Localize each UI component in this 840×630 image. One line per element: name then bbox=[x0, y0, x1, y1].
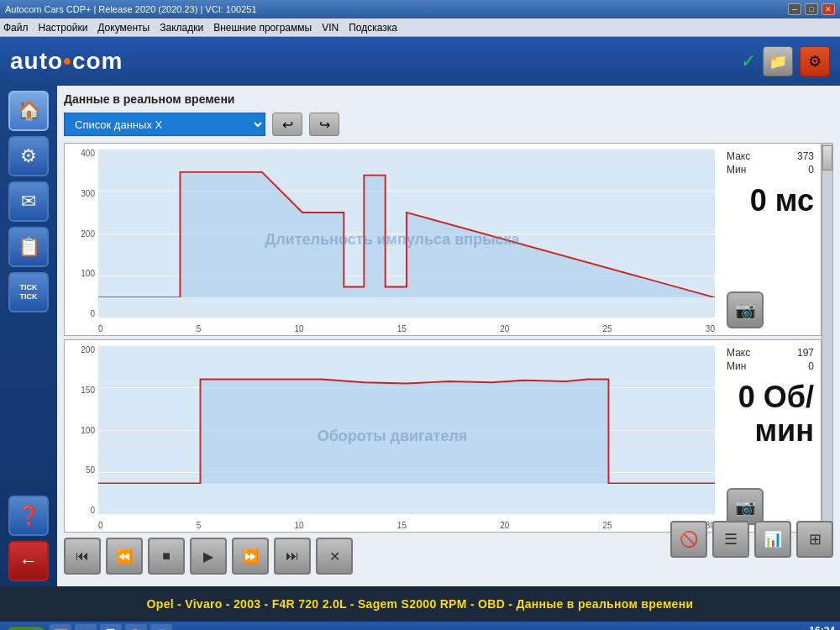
playback-last-button[interactable]: ⏭ bbox=[274, 538, 311, 575]
min-value: 0 bbox=[808, 164, 814, 176]
y-label: 150 bbox=[81, 386, 95, 395]
playback-prev-button[interactable]: ⏪ bbox=[106, 538, 143, 575]
settings-icon-button[interactable]: ⚙ bbox=[800, 46, 830, 76]
max-value: 197 bbox=[797, 347, 814, 359]
chart-info-1: Макс 373 Мин 0 0 мс 📷 bbox=[720, 144, 821, 335]
title-bar-controls: ─ □ ✕ bbox=[788, 3, 835, 15]
status-bar-text: Opel - Vivaro - 2003 - F4R 720 2.0L - Sa… bbox=[147, 597, 694, 611]
max-label: Макс bbox=[727, 347, 750, 359]
min-label: Мин bbox=[727, 360, 746, 372]
taskbar-icon-1[interactable]: 🪟 bbox=[50, 624, 71, 630]
y-label: 200 bbox=[81, 229, 95, 239]
y-label: 50 bbox=[86, 465, 95, 475]
page-title: Данные в реальном времени bbox=[64, 92, 833, 106]
sidebar-home-button[interactable]: 🏠 bbox=[8, 91, 49, 131]
chart-panel-1: 400 300 200 100 0 0 5 10 15 20 25 30 bbox=[64, 143, 822, 336]
menu-item-vin[interactable]: VIN bbox=[322, 22, 339, 34]
logo-com: com bbox=[72, 48, 123, 74]
y-label: 100 bbox=[81, 269, 95, 278]
charts-container: 400 300 200 100 0 0 5 10 15 20 25 30 bbox=[64, 143, 833, 533]
playback-close-button[interactable]: ✕ bbox=[316, 538, 353, 575]
playback-stop-button[interactable]: ■ bbox=[148, 538, 185, 575]
max-label: Макс bbox=[727, 150, 750, 162]
chart-camera-button-1[interactable]: 📷 bbox=[727, 291, 764, 328]
main-layout: 🏠 ⚙ ✉ 📋 TICKTICK ❓ ← Данные в реальном в… bbox=[0, 86, 840, 586]
chart-current-value-1: 0 мс bbox=[727, 184, 814, 218]
chart-current-value-2: 0 Об/мин bbox=[727, 381, 814, 447]
taskbar-icon-2[interactable]: 📁 bbox=[75, 624, 97, 630]
max-value: 373 bbox=[797, 150, 814, 162]
scrollbar-thumb[interactable] bbox=[822, 145, 832, 171]
y-label: 200 bbox=[81, 345, 95, 354]
y-axis-2: 200 150 100 50 0 bbox=[65, 345, 98, 515]
y-label: 0 bbox=[90, 309, 95, 318]
menu-item-внешние-программы[interactable]: Внешние программы bbox=[213, 22, 312, 34]
bottom-icon-1[interactable]: 🚫 bbox=[670, 521, 707, 558]
bottom-right-icons: 🚫 ☰ 📊 ⊞ bbox=[670, 521, 833, 558]
sidebar-clipboard-button[interactable]: 📋 bbox=[8, 227, 49, 267]
maximize-button[interactable]: □ bbox=[805, 3, 818, 15]
min-value: 0 bbox=[808, 360, 814, 372]
bottom-icon-2[interactable]: ☰ bbox=[712, 521, 749, 558]
playback-next-button[interactable]: ⏩ bbox=[232, 538, 269, 575]
sidebar-engine-button[interactable]: ⚙ bbox=[8, 136, 49, 176]
nav-back-button[interactable]: ↩ bbox=[272, 113, 302, 136]
x-label: 15 bbox=[397, 324, 407, 333]
y-label: 100 bbox=[81, 426, 95, 435]
chart-stat-min-2: Мин 0 bbox=[727, 360, 814, 372]
sidebar: 🏠 ⚙ ✉ 📋 TICKTICK ❓ ← bbox=[0, 86, 57, 586]
x-label: 0 bbox=[98, 521, 103, 530]
data-list-select[interactable]: Список данных X bbox=[64, 113, 265, 136]
dropdown-row: Список данных X ↩ ↪ bbox=[64, 113, 833, 136]
x-label: 20 bbox=[500, 324, 509, 333]
sidebar-back-button[interactable]: ← bbox=[8, 541, 49, 581]
title-bar: Autocom Cars CDP+ | Release 2020 (2020.2… bbox=[0, 0, 840, 18]
x-label: 25 bbox=[603, 324, 612, 333]
x-label: 15 bbox=[397, 521, 407, 530]
folder-icon-button[interactable]: 📁 bbox=[763, 46, 793, 76]
nav-forward-button[interactable]: ↪ bbox=[309, 113, 339, 136]
playback-first-button[interactable]: ⏮ bbox=[64, 538, 101, 575]
taskbar-icon-3[interactable]: 📄 bbox=[100, 624, 122, 630]
taskbar-left: Start 🪟 📁 📄 🎨 🌐 bbox=[5, 624, 172, 630]
start-button[interactable]: Start bbox=[5, 627, 46, 630]
sidebar-tick-button[interactable]: TICKTICK bbox=[8, 272, 49, 312]
taskbar-right: EN 🔊 📶 16:24 1/2/2025 bbox=[751, 625, 835, 631]
minimize-button[interactable]: ─ bbox=[788, 3, 801, 15]
chart-panel-2: 200 150 100 50 0 0 5 10 15 20 25 30 bbox=[64, 339, 822, 533]
menu-item-документы[interactable]: Документы bbox=[97, 22, 150, 34]
charts-scrollbar[interactable] bbox=[822, 143, 833, 533]
x-label: 10 bbox=[295, 324, 304, 333]
x-label: 0 bbox=[98, 324, 103, 333]
clock-time: 16:24 bbox=[802, 625, 835, 631]
x-label: 5 bbox=[197, 521, 202, 530]
menu-bar: ФайлНастройкиДокументыЗакладкиВнешние пр… bbox=[0, 18, 840, 37]
content-area: Данные в реальном времени Список данных … bbox=[57, 86, 840, 586]
sidebar-help-button[interactable]: ❓ bbox=[8, 496, 49, 536]
playback-play-button[interactable]: ▶ bbox=[190, 538, 227, 575]
title-bar-text: Autocom Cars CDP+ | Release 2020 (2020.2… bbox=[5, 4, 257, 14]
x-axis-2: 0 5 10 15 20 25 30 bbox=[98, 521, 715, 530]
sidebar-message-button[interactable]: ✉ bbox=[8, 181, 49, 222]
taskbar: Start 🪟 📁 📄 🎨 🌐 EN 🔊 📶 16:24 1/2/2025 bbox=[0, 622, 840, 630]
menu-item-подсказка[interactable]: Подсказка bbox=[349, 22, 397, 34]
chart-info-2: Макс 197 Мин 0 0 Об/мин 📷 bbox=[720, 340, 821, 532]
close-button[interactable]: ✕ bbox=[822, 3, 835, 15]
x-label: 20 bbox=[500, 521, 509, 530]
chart-stat-min-1: Мин 0 bbox=[727, 164, 814, 176]
taskbar-icon-4[interactable]: 🎨 bbox=[125, 624, 147, 630]
y-label: 400 bbox=[81, 149, 95, 158]
chart-area-2: 200 150 100 50 0 0 5 10 15 20 25 30 bbox=[65, 340, 720, 532]
taskbar-icon-5[interactable]: 🌐 bbox=[150, 624, 172, 630]
bottom-icon-4[interactable]: ⊞ bbox=[796, 521, 833, 558]
chart-camera-button-2[interactable]: 📷 bbox=[727, 488, 764, 525]
x-label: 10 bbox=[295, 521, 304, 530]
chart-stat-max-1: Макс 373 bbox=[727, 150, 814, 162]
logo-bar: auto•com ✓ 📁 ⚙ bbox=[0, 37, 840, 86]
x-label: 25 bbox=[603, 521, 612, 530]
x-label: 5 bbox=[197, 324, 202, 333]
menu-item-закладки[interactable]: Закладки bbox=[160, 22, 203, 34]
bottom-icon-3[interactable]: 📊 bbox=[754, 521, 791, 558]
menu-item-настройки[interactable]: Настройки bbox=[39, 22, 88, 34]
menu-item-файл[interactable]: Файл bbox=[3, 22, 29, 34]
